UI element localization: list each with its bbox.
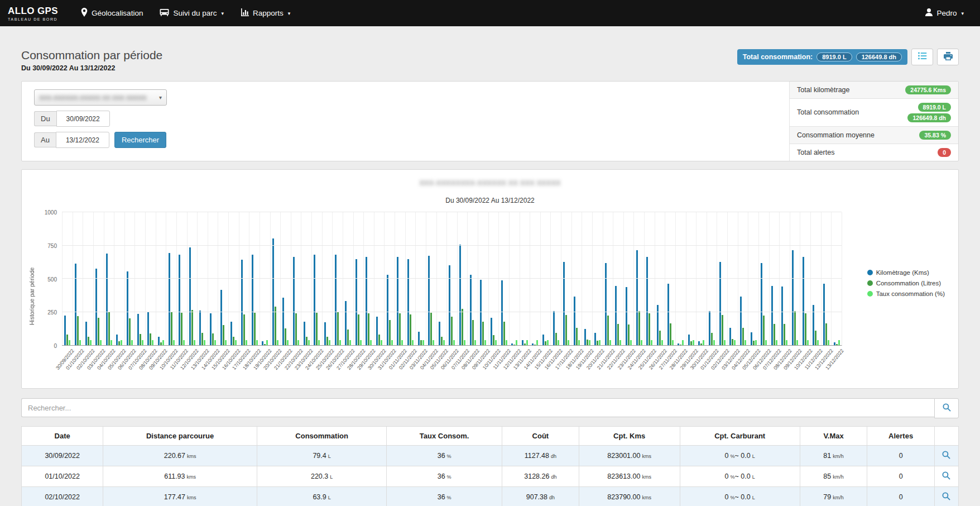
bar-litres (597, 341, 598, 345)
bar-km (803, 257, 804, 346)
date-from-input[interactable] (56, 111, 110, 127)
search-input[interactable] (21, 398, 934, 417)
column-header: Cpt. Carburant (680, 427, 800, 446)
bar-taux (453, 340, 455, 345)
bar-group (166, 212, 176, 345)
bar-taux (162, 340, 164, 345)
bar-litres (711, 333, 713, 345)
bar-group (748, 212, 758, 345)
bar-litres (410, 314, 411, 345)
brand-logo[interactable]: ALLO GPS TABLEAU DE BORD (8, 6, 58, 21)
bar-litres (659, 331, 661, 345)
bar-taux (90, 340, 92, 345)
bar-taux (526, 340, 528, 345)
bar-litres (462, 309, 463, 345)
bar-litres (825, 323, 827, 346)
bar-km (210, 313, 212, 345)
bar-group (353, 212, 364, 345)
bar-km (834, 342, 835, 345)
y-tick-label: 250 (47, 309, 57, 316)
search-icon (942, 494, 950, 502)
list-view-button[interactable] (911, 49, 933, 65)
legend-item[interactable]: Consommation (Litres) (867, 280, 945, 287)
bar-group (520, 212, 530, 345)
rechercher-button[interactable]: Rechercher (114, 132, 166, 148)
bar-group (603, 212, 613, 345)
vehicle-select[interactable]: XXX-XXXXXX-XXXXX XX XXX XXXXX ▾ (34, 89, 167, 106)
bar-km (75, 264, 76, 345)
row-detail-button[interactable] (934, 466, 958, 487)
bar-km (314, 255, 315, 345)
column-header (934, 427, 958, 446)
legend-dot (867, 291, 873, 297)
bar-group (218, 212, 228, 345)
nav-item-label: Suivi du parc (173, 9, 217, 17)
search-button[interactable] (934, 398, 959, 418)
nav-item-rapports[interactable]: Rapports ▾ (232, 0, 299, 26)
vehicle-select-value: XXX-XXXXXX-XXXXX XX XXX XXXXX (39, 94, 147, 101)
bar-km (646, 257, 648, 346)
table-cell: 79km/h (800, 487, 867, 506)
bar-taux (641, 340, 642, 345)
bar-group (592, 212, 603, 345)
bar-group (415, 212, 426, 345)
bar-group (280, 212, 291, 345)
bar-taux (578, 340, 580, 345)
legend-label: Kilomètrage (Kms) (876, 269, 929, 276)
bar-taux (391, 340, 393, 345)
stat-label: Total alertes (797, 149, 834, 157)
nav-item-geolocalisation[interactable]: Géolocalisation (73, 0, 151, 26)
table-cell: 907.38dh (502, 487, 579, 506)
bar-litres (732, 339, 733, 345)
bar-group (561, 212, 571, 345)
bar-group (707, 212, 717, 345)
bar-group (239, 212, 249, 345)
bar-km (522, 340, 523, 345)
stat-badge: 0 (938, 148, 951, 157)
bar-group (124, 212, 135, 345)
bar-km (282, 298, 284, 345)
bar-litres (140, 334, 141, 345)
bar-group (571, 212, 582, 345)
stat-label: Total kilomètrage (797, 86, 850, 94)
column-header: Cpt. Kms (579, 427, 680, 446)
legend-item[interactable]: Kilomètrage (Kms) (867, 269, 945, 276)
bar-group (208, 212, 218, 345)
car-icon (160, 8, 169, 18)
chart-subtitle: Du 30/09/2022 Au 13/12/2022 (27, 197, 953, 204)
date-to-input[interactable] (56, 132, 109, 148)
table-cell: 79.4L (257, 446, 386, 466)
bar-taux (474, 340, 476, 345)
bar-km (542, 335, 544, 345)
bar-group (197, 212, 208, 345)
stat-row: Total kilomètrage24775.6 Kms (790, 82, 958, 99)
bar-litres (181, 313, 182, 345)
bar-taux (609, 340, 611, 345)
bar-litres (275, 307, 276, 345)
bar-taux (786, 340, 787, 345)
bar-group (134, 212, 145, 345)
row-detail-button[interactable] (934, 446, 958, 466)
bar-taux (349, 340, 351, 345)
bar-taux (724, 340, 726, 345)
bar-taux (121, 340, 122, 345)
legend-item[interactable]: Taux consommation (%) (867, 290, 945, 297)
print-button[interactable] (937, 49, 959, 65)
bar-km (615, 286, 617, 345)
bar-taux (682, 340, 684, 345)
bar-litres (441, 337, 443, 345)
bar-litres (285, 328, 286, 345)
column-header: Coût (502, 427, 579, 446)
bar-group (509, 212, 520, 345)
nav-item-suivi-du-parc[interactable]: Suivi du parc ▾ (151, 0, 232, 26)
row-detail-button[interactable] (934, 487, 958, 506)
bar-taux (235, 340, 237, 345)
y-axis-ticks: 02505007501000 (39, 212, 62, 346)
bar-km (719, 262, 721, 345)
user-menu[interactable]: Pedro ▾ (917, 0, 972, 26)
bar-group (738, 212, 748, 345)
bar-taux (484, 340, 486, 345)
bar-litres (680, 345, 681, 345)
bar-taux (246, 340, 247, 345)
bar-group (582, 212, 592, 345)
